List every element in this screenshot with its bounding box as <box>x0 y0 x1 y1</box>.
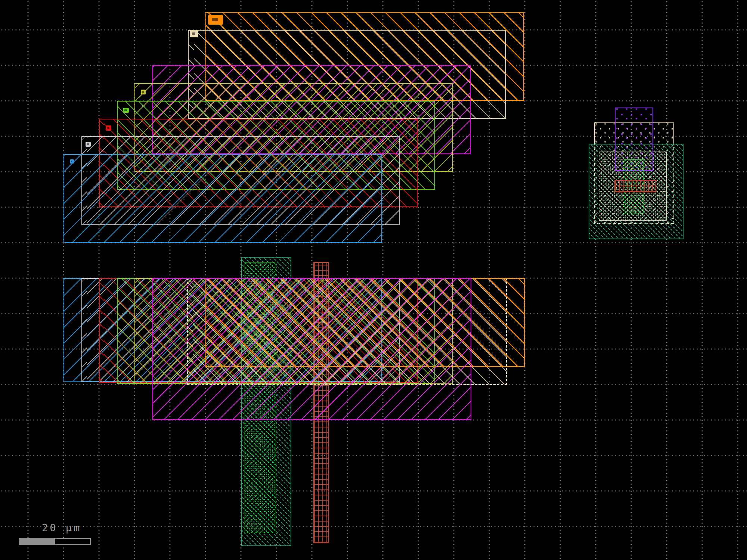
layer-tag-cream[interactable] <box>190 31 198 37</box>
via-test-via-band[interactable] <box>614 180 656 192</box>
layer-tag-gray[interactable] <box>86 142 91 147</box>
layer-tag-red[interactable] <box>106 125 111 131</box>
scalebar-label: 20 µm <box>42 522 109 533</box>
scalebar-fill <box>19 539 55 544</box>
layer-tag-olive[interactable] <box>141 90 146 94</box>
scalebar <box>19 538 91 545</box>
layer-tag-orange[interactable] <box>208 15 223 25</box>
layout-canvas[interactable] <box>0 0 747 560</box>
lower-rect-magenta[interactable] <box>152 278 472 420</box>
upper-rect-blue[interactable] <box>63 154 382 243</box>
layout-editor-viewport: 20 µm <box>0 0 747 560</box>
layer-tag-blue[interactable] <box>70 159 74 164</box>
layer-tag-green[interactable] <box>123 108 129 113</box>
